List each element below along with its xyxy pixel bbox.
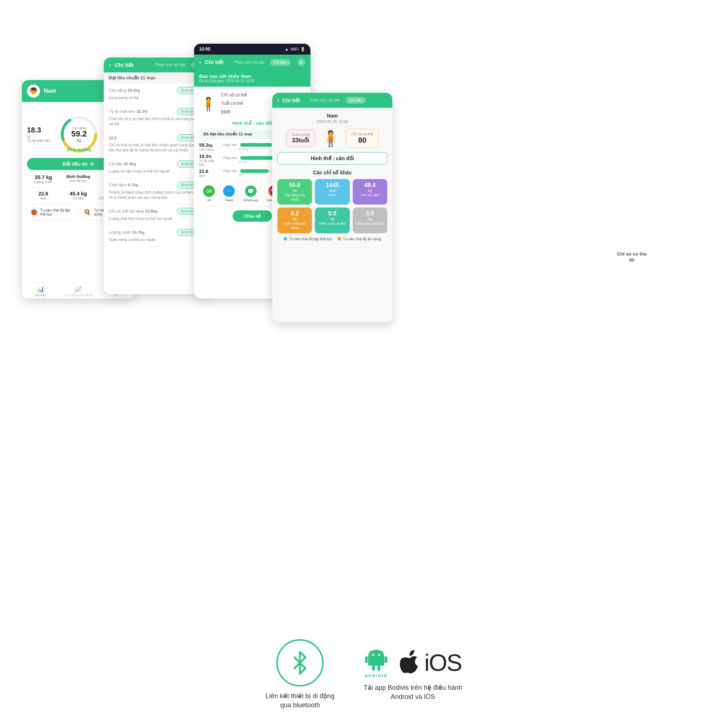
svg-rect-5 xyxy=(365,656,368,663)
s1-avatar: 👦 xyxy=(27,84,40,98)
s4-grid-standard-weight: 55.0 kg Cân nặng tiêu chuẩn xyxy=(277,179,312,205)
s4-metrics-grid: 55.0 kg Cân nặng tiêu chuẩn 1445 kcal BM… xyxy=(277,179,387,233)
svg-rect-6 xyxy=(385,656,387,663)
s4-back-button[interactable]: ‹ xyxy=(277,96,280,104)
s3-share-button[interactable]: Chia sẻ xyxy=(232,210,272,222)
advise-exercise[interactable]: 🏀 Tư vấn chế độ tập thể dục xyxy=(27,204,77,220)
bluetooth-section: Liên kết thiết bị di độngqua bluetooth xyxy=(266,639,335,710)
chi-so-overlay: Chi so co the80 xyxy=(617,251,647,263)
s4-grid-lbm: 48.4 kg Chỉ số LBM xyxy=(353,179,387,205)
bluetooth-circle xyxy=(276,639,324,687)
nav-measure[interactable]: 📊 Đo đạc xyxy=(22,286,59,297)
bluetooth-icon xyxy=(287,650,313,676)
app-download-section: android iOS Tải app Bodivis trên hệ điều… xyxy=(364,648,462,701)
bottom-section: Liên kết thiết bị di độngqua bluetooth xyxy=(0,639,728,710)
s3-close-button[interactable]: ✕ xyxy=(297,58,305,66)
android-icon-section: android xyxy=(364,648,388,678)
apple-ios-section: iOS xyxy=(399,649,462,676)
s4-shape-tag: Hình thể : cân đối xyxy=(277,152,387,165)
bluetooth-label: Liên kết thiết bị di độngqua bluetooth xyxy=(266,691,335,710)
s4-body: Nam 2020-04-25 10:00 Tuổi cơ thể 33tuổi … xyxy=(272,108,392,322)
share-twitter[interactable]: 🐦 Tweet xyxy=(223,185,235,202)
apple-logo-icon xyxy=(399,650,421,676)
s3-tab-data[interactable]: Dữ liệu xyxy=(270,59,291,66)
app-label: Tải app Bodivis trên hệ điều hànhAndroid… xyxy=(364,683,462,701)
share-whatsapp[interactable]: 💬 WhatsApp xyxy=(243,185,258,202)
s4-age-bmi-row: Tuổi cơ thể 33tuổi 🧍 Chỉ số cơ thể 80 xyxy=(277,129,387,148)
s2-back-button[interactable]: ‹ xyxy=(109,61,111,69)
s3-tab-analysis[interactable]: Phân tích chi tiết xyxy=(231,59,268,66)
svg-rect-4 xyxy=(368,656,384,666)
share-ok[interactable]: ok ok xyxy=(203,185,215,202)
screen4-chi-so: ‹ Chi tiết Phân tích chi tiết Dữ liệu Na… xyxy=(272,93,392,322)
s2-tab-analysis[interactable]: Phân tích chi tiết xyxy=(152,61,189,69)
android-robot-icon xyxy=(364,648,388,671)
s3-back-button[interactable]: ‹ xyxy=(199,59,201,66)
nav-health-trend[interactable]: 📈 Xu hướng sức khỏe xyxy=(59,286,97,297)
s4-header: ‹ Chi tiết Phân tích chi tiết Dữ liệu xyxy=(272,93,392,108)
s3-header: ‹ Chi tiết Phân tích chi tiết Dữ liệu ✕ xyxy=(194,55,310,70)
s4-bmi-box: Chỉ số cơ thể 80 xyxy=(346,129,379,148)
android-text: android xyxy=(365,673,388,678)
svg-rect-7 xyxy=(372,666,375,671)
svg-rect-8 xyxy=(378,666,380,671)
app-icons-row: android iOS xyxy=(364,648,462,678)
s3-report-header: Báo cáo sức khỏe Nam Đã đo thời gian: 20… xyxy=(194,70,310,87)
s4-tab-data[interactable]: Dữ liệu xyxy=(346,97,366,104)
s4-legend: Tư vấn chế độ tập thể dục Tư vấn chế độ … xyxy=(277,237,387,241)
s4-age-box: Tuổi cơ thể 33tuổi xyxy=(286,130,315,147)
s4-grid-weight-control: 4.2 kg Kiểm soát cân nặng xyxy=(277,208,312,233)
s4-grid-muscle-control: 0.0 kg Kiểm soát cơ bắp xyxy=(315,208,349,233)
s3-topbar: 10:00 ▲ WiFi 🔋 xyxy=(194,44,310,55)
s1-name: Nam xyxy=(44,88,57,94)
s4-tab-analysis[interactable]: Phân tích chi tiết xyxy=(306,97,343,104)
s4-grid-bmr: 1445 kcal BMR xyxy=(315,179,349,205)
ios-text: iOS xyxy=(424,649,462,676)
s3-body-figure: 🧍 xyxy=(199,91,217,117)
s4-body-figure: 🧍 xyxy=(320,130,341,147)
s4-grid-fat-control: 0.0 kg Kiểm soát chất béo xyxy=(353,208,387,233)
